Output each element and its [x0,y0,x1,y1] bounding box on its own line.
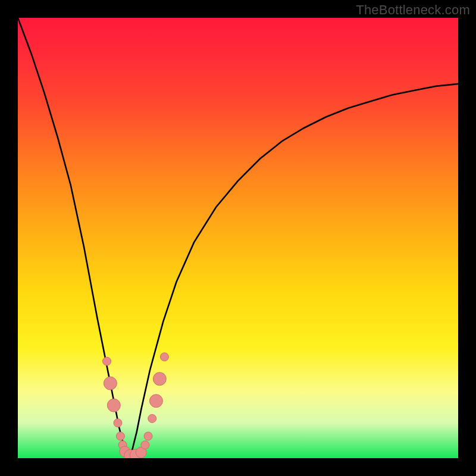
data-point [149,394,162,408]
data-point [141,441,149,449]
data-point [107,399,120,412]
data-point [114,419,122,427]
data-point [144,432,152,440]
bottleneck-curve [18,18,458,456]
data-point [148,414,156,422]
chart-frame: TheBottleneck.com [0,0,476,476]
data-point [104,377,117,390]
watermark-text: TheBottleneck.com [356,2,470,18]
data-point [116,432,124,440]
data-point-markers [103,353,169,458]
data-point [160,353,168,361]
data-point [103,357,111,365]
data-point [153,372,166,386]
plot-area [18,18,458,458]
chart-svg [18,18,458,458]
